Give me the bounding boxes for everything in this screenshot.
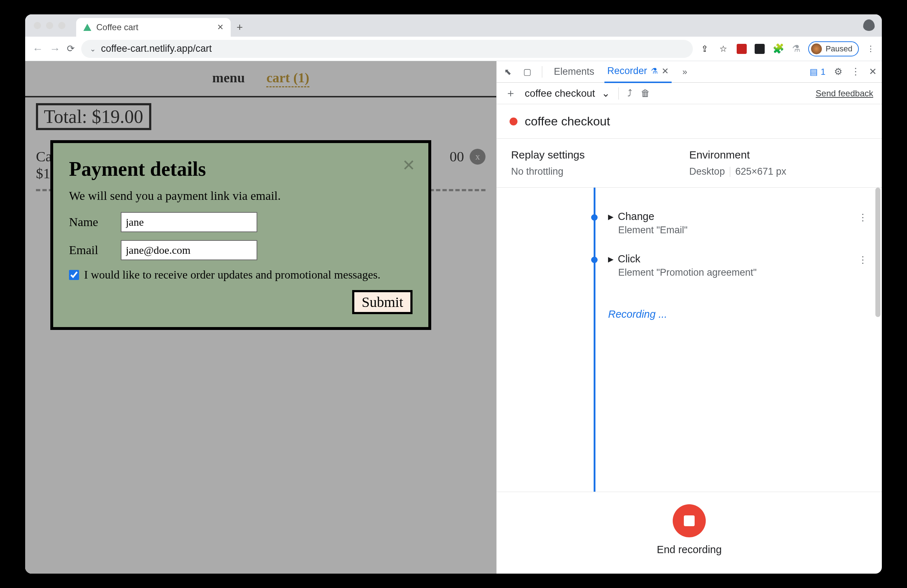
extension-icon-red[interactable] [737, 44, 747, 54]
recorder-footer: End recording [497, 492, 882, 574]
extensions-puzzle-icon[interactable]: 🧩 [772, 43, 784, 54]
url-text: coffee-cart.netlify.app/cart [101, 43, 212, 54]
step-item[interactable]: ▶Click Element "Promotion agreement" ⋮ [608, 244, 882, 287]
tab-elements[interactable]: Elements [551, 61, 597, 82]
throttling-value[interactable]: No throttling [511, 166, 689, 177]
recording-title-row: coffee checkout [497, 104, 882, 139]
environment-heading: Environment [689, 149, 867, 161]
record-indicator-icon [510, 117, 518, 125]
modal-title: Payment details [69, 157, 413, 180]
step-menu-icon[interactable]: ⋮ [858, 212, 867, 223]
step-menu-icon[interactable]: ⋮ [858, 255, 867, 266]
promo-checkbox[interactable] [69, 270, 79, 280]
tab-title: Coffee cart [96, 22, 212, 32]
scrollbar-thumb[interactable] [875, 187, 880, 317]
bookmark-star-icon[interactable]: ☆ [718, 43, 729, 54]
viewport-value: 625×671 px [735, 166, 786, 177]
profile-chip[interactable]: Paused [808, 41, 859, 56]
browser-menu-icon[interactable]: ⋮ [867, 44, 875, 54]
extension-icon-dark[interactable] [755, 44, 765, 54]
message-icon: ▤ [809, 67, 818, 77]
email-label: Email [69, 244, 112, 257]
new-tab-button[interactable]: + [231, 18, 249, 37]
step-action: Click [618, 253, 640, 265]
profile-status: Paused [825, 44, 853, 54]
recording-selector[interactable]: coffee checkout ⌄ [525, 87, 610, 99]
submit-button[interactable]: Submit [352, 290, 413, 314]
modal-subtitle: We will send you a payment link via emai… [69, 189, 413, 203]
step-detail: Element "Promotion agreement" [618, 267, 867, 278]
incognito-icon [863, 19, 875, 31]
divider [730, 167, 730, 177]
forward-button[interactable]: → [50, 43, 60, 55]
settings-gear-icon[interactable]: ⚙ [834, 66, 842, 77]
steps-timeline: ▶Change Element "Email" ⋮ ▶Click Element… [497, 187, 882, 492]
back-button[interactable]: ← [32, 43, 43, 55]
content-split: menu cart (1) Total: $19.00 Ca 00 x $1 [25, 61, 882, 574]
address-bar-row: ← → ⟳ ⌄ coffee-cart.netlify.app/cart ⇪ ☆… [25, 37, 882, 61]
devtools-close-icon[interactable]: ✕ [869, 66, 877, 77]
recording-title: coffee checkout [525, 114, 610, 128]
avatar-icon [811, 43, 822, 54]
end-recording-label: End recording [657, 544, 722, 556]
stop-icon [684, 515, 695, 526]
modal-close-icon[interactable]: ✕ [402, 156, 415, 175]
flask-icon: ⚗ [651, 66, 658, 76]
export-icon[interactable]: ⤴ [627, 88, 632, 99]
tab-recorder[interactable]: Recorder ⚗ ✕ [604, 60, 671, 83]
email-input[interactable] [121, 240, 257, 260]
site-info-icon[interactable]: ⌄ [90, 45, 96, 53]
inspect-element-icon[interactable]: ⬉ [502, 67, 514, 77]
browser-tab[interactable]: Coffee cart ✕ [76, 18, 231, 37]
share-icon[interactable]: ⇪ [699, 43, 710, 54]
window-max-dot[interactable] [58, 22, 66, 29]
step-bullet-icon [591, 214, 598, 221]
divider [542, 66, 542, 78]
more-tabs-icon[interactable]: » [679, 67, 691, 77]
new-recording-button[interactable]: ＋ [505, 86, 516, 101]
step-detail: Element "Email" [618, 224, 867, 236]
expand-triangle-icon[interactable]: ▶ [608, 212, 614, 221]
tab-close-icon[interactable]: ✕ [217, 22, 224, 32]
send-feedback-link[interactable]: Send feedback [816, 88, 873, 98]
step-item[interactable]: ▶Change Element "Email" ⋮ [608, 202, 882, 244]
payment-modal: ✕ Payment details We will send you a pay… [50, 140, 431, 330]
step-bullet-icon [591, 256, 598, 263]
devtools-menu-icon[interactable]: ⋮ [851, 66, 860, 77]
delete-icon[interactable]: 🗑 [641, 88, 650, 99]
chevron-down-icon: ⌄ [601, 87, 610, 99]
webpage-viewport: menu cart (1) Total: $19.00 Ca 00 x $1 [25, 61, 496, 574]
replay-settings-heading: Replay settings [511, 149, 689, 161]
issues-badge[interactable]: ▤ 1 [809, 67, 825, 77]
name-input[interactable] [121, 212, 257, 232]
address-bar[interactable]: ⌄ coffee-cart.netlify.app/cart [81, 40, 693, 58]
vue-favicon-icon [83, 24, 91, 31]
browser-window: Coffee cart ✕ + ← → ⟳ ⌄ coffee-cart.netl… [25, 14, 882, 574]
toolbar-icons: ⇪ ☆ 🧩 ⚗ Paused ⋮ [699, 41, 875, 56]
recorder-settings-row: Replay settings No throttling Environmen… [497, 139, 882, 187]
browser-tab-strip: Coffee cart ✕ + [25, 14, 882, 37]
reload-button[interactable]: ⟳ [67, 43, 75, 54]
window-controls [34, 14, 76, 37]
stop-recording-button[interactable] [673, 504, 706, 537]
tab-close-icon[interactable]: ✕ [662, 66, 669, 76]
devtools-panel: ⬉ ▢ Elements Recorder ⚗ ✕ » ▤ 1 ⚙ ⋮ [496, 61, 882, 574]
expand-triangle-icon[interactable]: ▶ [608, 255, 614, 263]
divider [619, 87, 619, 99]
recorder-toolbar: ＋ coffee checkout ⌄ ⤴ 🗑 Send feedback [497, 83, 882, 104]
name-label: Name [69, 215, 112, 229]
devtools-tab-bar: ⬉ ▢ Elements Recorder ⚗ ✕ » ▤ 1 ⚙ ⋮ [497, 61, 882, 83]
window-min-dot[interactable] [46, 22, 53, 29]
promo-label: I would like to receive order updates an… [84, 268, 381, 281]
timeline-line [594, 187, 595, 492]
device-value: Desktop [689, 166, 725, 177]
experiments-flask-icon[interactable]: ⚗ [792, 43, 800, 54]
device-toolbar-icon[interactable]: ▢ [521, 67, 533, 77]
window-close-dot[interactable] [34, 22, 41, 29]
recording-status: Recording ... [608, 308, 882, 320]
step-action: Change [618, 211, 654, 223]
